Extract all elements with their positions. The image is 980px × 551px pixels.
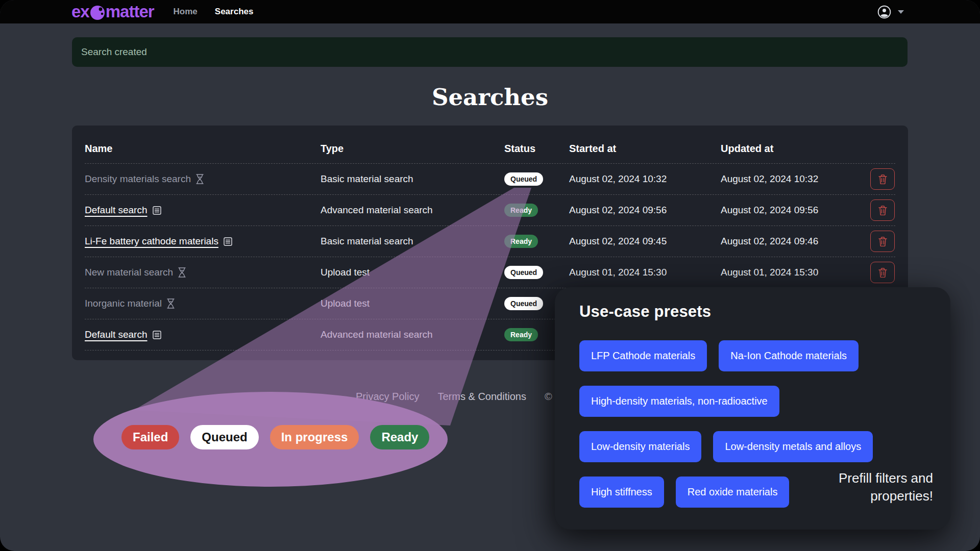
- brand-prefix: ex: [71, 0, 89, 23]
- search-name-text: Density materials search: [85, 173, 191, 185]
- preset-button-high-stiffness[interactable]: High stiffness: [579, 477, 664, 508]
- hourglass-icon: [196, 174, 204, 184]
- trash-icon: [878, 174, 887, 184]
- column-header-updated: Updated at: [721, 143, 853, 155]
- delete-search-button[interactable]: [870, 199, 895, 221]
- document-icon: [153, 206, 161, 215]
- nav-right: [877, 0, 904, 23]
- molecule-icon: [90, 5, 105, 20]
- actions-cell: [853, 168, 895, 190]
- search-type-cell: Basic material search: [321, 173, 504, 185]
- search-name-cell: Default search: [85, 205, 321, 216]
- navbar: ex matter Home Searches: [0, 0, 980, 23]
- started-at-cell: August 02, 2024 09:45: [569, 236, 721, 247]
- search-name-text: New material search: [85, 267, 173, 278]
- updated-at-cell: August 01, 2024 15:30: [721, 267, 853, 278]
- search-name-cell: Default search: [85, 329, 321, 340]
- updated-at-cell: August 02, 2024 09:56: [721, 205, 853, 216]
- delete-search-button[interactable]: [870, 262, 895, 283]
- preset-button-lfp-cathode-materials[interactable]: LFP Cathode materials: [579, 340, 707, 371]
- actions-cell: [853, 199, 895, 221]
- delete-search-button[interactable]: [870, 231, 895, 252]
- table-row: Density materials searchBasic material s…: [85, 164, 895, 195]
- status-badge: Ready: [504, 235, 538, 248]
- table-row: New material searchUpload testQueuedAugu…: [85, 257, 895, 288]
- preset-button-red-oxide-materials[interactable]: Red oxide materials: [676, 477, 790, 508]
- document-icon: [153, 331, 161, 339]
- preset-button-low-density-materials[interactable]: Low-density materials: [579, 431, 701, 462]
- preset-button-high-density-materials-non-radioactive[interactable]: High-density materials, non-radioactive: [579, 386, 779, 417]
- status-legend: FailedQueuedIn progressReady: [121, 425, 429, 449]
- column-header-type: Type: [321, 143, 504, 155]
- footer: Privacy Policy Terms & Conditions © 2024…: [356, 391, 587, 403]
- app-window: ex matter Home Searches Search created: [0, 0, 980, 551]
- delete-search-button[interactable]: [870, 168, 895, 190]
- legend-badge-failed: Failed: [121, 425, 179, 449]
- status-badge: Queued: [504, 297, 543, 311]
- brand-logo[interactable]: ex matter: [71, 0, 154, 23]
- footer-link-terms[interactable]: Terms & Conditions: [437, 391, 526, 403]
- trash-icon: [878, 268, 887, 278]
- search-type-cell: Upload test: [321, 298, 504, 309]
- started-at-cell: August 02, 2024 09:56: [569, 205, 721, 216]
- preset-row: Low-density materialsLow-density metals …: [579, 431, 934, 462]
- search-name-cell: Inorganic material: [85, 298, 321, 309]
- use-case-presets-panel: Use-case presets LFP Cathode materialsNa…: [555, 287, 950, 530]
- hourglass-icon: [178, 267, 186, 278]
- toast-message: Search created: [81, 46, 147, 58]
- user-avatar-icon[interactable]: [877, 5, 891, 19]
- status-cell: Ready: [504, 235, 569, 248]
- search-name-link[interactable]: Default search: [85, 329, 148, 340]
- document-icon: [224, 237, 232, 246]
- column-header-started: Started at: [569, 143, 721, 155]
- status-cell: Queued: [504, 266, 569, 280]
- search-name-link[interactable]: Li-Fe battery cathode materials: [85, 236, 218, 247]
- preset-button-na-ion-cathode-materials[interactable]: Na-Ion Cathode materials: [719, 340, 859, 371]
- status-badge: Queued: [504, 172, 543, 186]
- status-cell: Queued: [504, 172, 569, 186]
- legend-badge-ready: Ready: [370, 425, 429, 449]
- table-row: Li-Fe battery cathode materialsBasic mat…: [85, 226, 895, 257]
- status-badge: Queued: [504, 266, 543, 280]
- chevron-down-icon[interactable]: [897, 10, 904, 14]
- search-name-cell: New material search: [85, 267, 321, 278]
- preset-row: High-density materials, non-radioactive: [579, 386, 934, 417]
- search-type-cell: Upload test: [321, 267, 504, 278]
- footer-link-privacy[interactable]: Privacy Policy: [356, 391, 419, 403]
- toast-notification: Search created: [72, 37, 908, 67]
- status-badge: Ready: [504, 328, 538, 342]
- trash-icon: [878, 237, 887, 246]
- legend-badge-in-progress: In progress: [270, 425, 359, 449]
- actions-cell: [853, 262, 895, 283]
- table-header-row: Name Type Status Started at Updated at: [85, 134, 895, 164]
- started-at-cell: August 01, 2024 15:30: [569, 267, 721, 278]
- preset-button-low-density-metals-and-alloys[interactable]: Low-density metals and alloys: [713, 431, 873, 462]
- search-type-cell: Advanced material search: [321, 205, 504, 216]
- search-name-link[interactable]: Default search: [85, 205, 148, 216]
- hourglass-icon: [167, 298, 175, 309]
- legend-badge-queued: Queued: [190, 425, 258, 449]
- actions-cell: [853, 231, 895, 252]
- nav-item-searches[interactable]: Searches: [215, 7, 254, 17]
- status-cell: Ready: [504, 204, 569, 217]
- presets-note: Prefill filters and properties!: [821, 469, 933, 505]
- search-name-cell: Li-Fe battery cathode materials: [85, 236, 321, 247]
- column-header-name: Name: [85, 143, 321, 155]
- brand-suffix: matter: [106, 0, 154, 23]
- updated-at-cell: August 02, 2024 10:32: [721, 173, 853, 185]
- table-row: Default searchAdvanced material searchRe…: [85, 195, 895, 226]
- search-name-text: Inorganic material: [85, 298, 162, 309]
- search-type-cell: Advanced material search: [321, 329, 504, 340]
- started-at-cell: August 02, 2024 10:32: [569, 173, 721, 185]
- status-badge: Ready: [504, 204, 538, 217]
- search-name-cell: Density materials search: [85, 173, 321, 185]
- column-header-status: Status: [504, 143, 569, 155]
- nav-links: Home Searches: [174, 7, 254, 17]
- preset-row: LFP Cathode materialsNa-Ion Cathode mate…: [579, 340, 934, 371]
- nav-item-home[interactable]: Home: [174, 7, 198, 17]
- updated-at-cell: August 02, 2024 09:46: [721, 236, 853, 247]
- search-type-cell: Basic material search: [321, 236, 504, 247]
- trash-icon: [878, 206, 887, 215]
- page-title: Searches: [0, 84, 980, 111]
- presets-title: Use-case presets: [579, 303, 934, 321]
